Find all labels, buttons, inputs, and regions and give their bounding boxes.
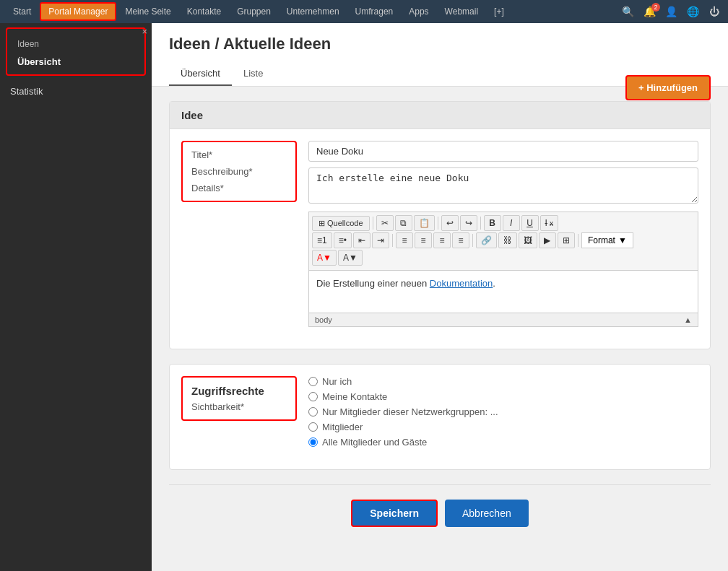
rte-indent-btn[interactable]: ⇥ <box>372 232 389 248</box>
rte-sep3 <box>480 217 481 230</box>
bell-icon[interactable]: 🔔 2 <box>641 6 657 17</box>
rte-align-justify-btn[interactable]: ≡ <box>452 232 469 248</box>
radio-mitglieder[interactable]: Mitglieder <box>308 422 698 432</box>
radio-mitglieder-input[interactable] <box>308 422 318 432</box>
cancel-button[interactable]: Abbrechen <box>445 500 529 527</box>
rte-sep2 <box>438 217 438 230</box>
rte-table-btn[interactable]: ⊞ <box>558 232 575 248</box>
rte-cut-btn[interactable]: ✂ <box>376 215 394 231</box>
title-input[interactable] <box>308 141 698 162</box>
globe-icon[interactable]: 🌐 <box>685 6 701 17</box>
tab-liste[interactable]: Liste <box>232 62 274 86</box>
nav-unternehmen[interactable]: Unternehmen <box>280 4 347 19</box>
rte-italic-btn[interactable]: I <box>503 215 520 231</box>
notification-badge: 2 <box>651 3 660 12</box>
rte-toolbar-row1: ⊞ Quellcode ✂ ⧉ 📋 ↩ <box>312 215 695 231</box>
search-icon[interactable]: 🔍 <box>620 6 636 17</box>
radio-netzwerkgruppen-input[interactable] <box>308 407 318 417</box>
tab-ubersicht[interactable]: Übersicht <box>169 62 232 86</box>
rte-font-color-btn[interactable]: A▼ <box>312 250 337 266</box>
radio-alle[interactable]: Alle Mitglieder und Gäste <box>308 437 698 448</box>
button-row: Speichern Abbrechen <box>169 484 711 541</box>
rte-video-btn[interactable]: ▶ <box>539 232 556 248</box>
access-title: Zugriffsrechte <box>191 385 287 397</box>
add-button[interactable]: + Hinzufügen <box>625 75 711 100</box>
nav-umfragen[interactable]: Umfragen <box>348 4 401 19</box>
radio-meine-kontakte-input[interactable] <box>308 392 318 401</box>
rte-sep1 <box>373 217 373 230</box>
rte-toolbar-row2: ≡1 ≡• ⇤ ⇥ ≡ ≡ ≡ ≡ <box>312 232 695 248</box>
radio-netzwerkgruppen-label: Nur Mitglieder dieser Netzwerkgruppen: .… <box>322 406 498 417</box>
rte-underline-btn[interactable]: U <box>521 215 539 231</box>
access-section: Zugriffsrechte Sichtbarkeit* Nur ich <box>169 364 711 470</box>
idea-section-body: Titel* Beschreibung* Details* Ich erstel… <box>170 129 710 349</box>
radio-meine-kontakte-label: Meine Kontakte <box>322 391 387 402</box>
nav-meine-seite[interactable]: Meine Seite <box>118 4 178 19</box>
radio-nur-ich-input[interactable] <box>308 377 318 386</box>
rte-unlink-btn[interactable]: ⛓ <box>498 232 517 248</box>
nav-apps[interactable]: Apps <box>402 4 436 19</box>
nav-icons: 🔍 🔔 2 👤 🌐 ⏻ <box>620 6 722 17</box>
rte-container: ⊞ Quellcode ✂ ⧉ 📋 ↩ <box>308 212 698 327</box>
rte-editor-content[interactable]: Die Erstellung einer neuen Dokumentation… <box>308 270 698 313</box>
rte-body-tag: body <box>315 315 332 324</box>
power-icon[interactable]: ⏻ <box>706 6 722 17</box>
rte-text-period: . <box>493 278 495 289</box>
idea-section-header: Idee <box>170 102 710 129</box>
rte-undo-btn[interactable]: ↩ <box>441 215 459 231</box>
rte-copy-btn[interactable]: ⧉ <box>395 215 412 231</box>
nav-start[interactable]: Start <box>6 4 38 19</box>
content-area: Idee Titel* Beschreibung* Details* <box>152 87 728 556</box>
rte-image-btn[interactable]: 🖼 <box>519 232 537 248</box>
sidebar-close-icon[interactable]: × <box>142 26 147 37</box>
rte-quellcode-btn[interactable]: ⊞ Quellcode <box>312 216 370 231</box>
sidebar-item-ubersicht[interactable]: Übersicht <box>7 52 144 71</box>
sidebar-item-statistik[interactable]: Statistik <box>0 80 152 103</box>
title-row: Titel* Beschreibung* Details* Ich erstel… <box>181 141 698 327</box>
rte-align-right-btn[interactable]: ≡ <box>433 232 451 248</box>
radio-netzwerkgruppen[interactable]: Nur Mitglieder dieser Netzwerkgruppen: .… <box>308 406 698 417</box>
radio-nur-ich[interactable]: Nur ich <box>308 376 698 387</box>
rte-ol-btn[interactable]: ≡1 <box>312 232 332 248</box>
rte-bold-btn[interactable]: B <box>484 215 501 231</box>
rte-footer: body ▲ <box>308 313 698 327</box>
rte-link-text[interactable]: Dokumentation <box>430 278 493 289</box>
radio-nur-ich-label: Nur ich <box>322 376 352 387</box>
rte-ul-btn[interactable]: ≡• <box>334 232 352 248</box>
idea-label-group: Titel* Beschreibung* Details* <box>181 141 297 202</box>
rte-format-dropdown[interactable]: Format ▼ <box>581 232 633 248</box>
description-label: Beschreibung* <box>191 166 287 177</box>
rte-align-center-btn[interactable]: ≡ <box>415 232 432 248</box>
details-label: Details* <box>191 183 287 193</box>
rte-bg-color-btn[interactable]: A▼ <box>338 250 363 266</box>
radio-meine-kontakte[interactable]: Meine Kontakte <box>308 391 698 402</box>
title-label: Titel* <box>191 149 287 160</box>
access-row: Zugriffsrechte Sichtbarkeit* Nur ich <box>181 376 698 448</box>
rte-sep6 <box>578 234 578 247</box>
rte-sep5 <box>472 234 473 247</box>
description-input[interactable]: Ich erstelle eine neue Doku <box>308 167 698 204</box>
visibility-field: Nur ich Meine Kontakte Nur Mitglieder di… <box>308 376 698 448</box>
rte-paste-btn[interactable]: 📋 <box>414 215 435 231</box>
user-icon[interactable]: 👤 <box>663 6 679 17</box>
rte-strikethrough-btn[interactable]: Ix <box>540 215 558 231</box>
rte-resize-icon[interactable]: ▲ <box>684 315 692 324</box>
page-title: Ideen / Aktuelle Ideen <box>169 35 711 53</box>
nav-gruppen[interactable]: Gruppen <box>230 4 278 19</box>
access-label-group: Zugriffsrechte Sichtbarkeit* <box>181 376 297 421</box>
rte-redo-btn[interactable]: ↪ <box>460 215 477 231</box>
nav-plus[interactable]: [+] <box>487 4 511 19</box>
rte-link-btn[interactable]: 🔗 <box>476 232 497 248</box>
layout: × Ideen Übersicht Statistik Ideen / Aktu… <box>0 23 728 571</box>
nav-kontakte[interactable]: Kontakte <box>180 4 228 19</box>
nav-portal-manager[interactable]: Portal Manager <box>40 2 116 21</box>
radio-group: Nur ich Meine Kontakte Nur Mitglieder di… <box>308 376 698 448</box>
page-header: Ideen / Aktuelle Ideen Übersicht Liste +… <box>152 23 728 87</box>
radio-alle-input[interactable] <box>308 437 318 447</box>
save-button[interactable]: Speichern <box>351 500 438 527</box>
rte-toolbar-row3: A▼ A▼ <box>312 250 695 266</box>
rte-outdent-btn[interactable]: ⇤ <box>353 232 370 248</box>
format-label: Format <box>588 235 615 245</box>
rte-align-left-btn[interactable]: ≡ <box>396 232 413 248</box>
nav-webmail[interactable]: Webmail <box>438 4 485 19</box>
